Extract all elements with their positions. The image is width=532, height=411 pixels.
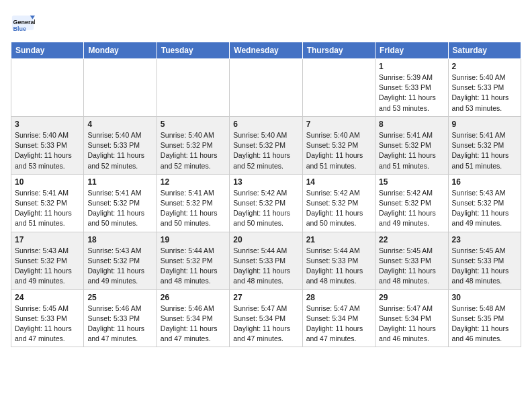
svg-text:Blue: Blue [13,26,27,32]
day-info: Sunrise: 5:40 AM Sunset: 5:33 PM Dayligh… [15,130,80,171]
day-info: Sunrise: 5:44 AM Sunset: 5:33 PM Dayligh… [306,246,371,287]
calendar-cell: 11Sunrise: 5:41 AM Sunset: 5:32 PM Dayli… [84,174,157,232]
day-number: 19 [161,235,226,244]
day-number: 10 [15,177,80,187]
weekday-header-thursday: Thursday [302,42,375,59]
day-number: 8 [379,120,444,129]
weekday-header-row: SundayMondayTuesdayWednesdayThursdayFrid… [11,42,521,59]
day-number: 30 [452,293,517,302]
calendar-cell: 3Sunrise: 5:40 AM Sunset: 5:33 PM Daylig… [11,116,84,174]
calendar-cell: 9Sunrise: 5:41 AM Sunset: 5:32 PM Daylig… [448,116,521,174]
day-info: Sunrise: 5:47 AM Sunset: 5:34 PM Dayligh… [306,304,371,345]
day-info: Sunrise: 5:44 AM Sunset: 5:33 PM Dayligh… [233,246,298,287]
calendar-cell: 14Sunrise: 5:42 AM Sunset: 5:32 PM Dayli… [302,174,375,232]
calendar-cell: 8Sunrise: 5:41 AM Sunset: 5:32 PM Daylig… [375,116,448,174]
day-info: Sunrise: 5:40 AM Sunset: 5:32 PM Dayligh… [233,130,298,171]
day-number: 22 [379,235,444,244]
calendar-cell: 7Sunrise: 5:40 AM Sunset: 5:32 PM Daylig… [302,116,375,174]
calendar-cell: 17Sunrise: 5:43 AM Sunset: 5:32 PM Dayli… [11,232,84,289]
calendar-cell [302,59,375,117]
week-row-4: 17Sunrise: 5:43 AM Sunset: 5:32 PM Dayli… [11,232,521,289]
calendar-cell: 27Sunrise: 5:47 AM Sunset: 5:34 PM Dayli… [230,289,302,347]
day-number: 15 [379,177,444,187]
day-info: Sunrise: 5:42 AM Sunset: 5:32 PM Dayligh… [379,188,444,229]
day-info: Sunrise: 5:45 AM Sunset: 5:33 PM Dayligh… [15,304,80,345]
day-info: Sunrise: 5:40 AM Sunset: 5:32 PM Dayligh… [306,130,371,171]
calendar-cell: 12Sunrise: 5:41 AM Sunset: 5:32 PM Dayli… [157,174,229,232]
week-row-3: 10Sunrise: 5:41 AM Sunset: 5:32 PM Dayli… [11,174,521,232]
week-row-1: 1Sunrise: 5:39 AM Sunset: 5:33 PM Daylig… [11,59,521,117]
day-number: 28 [306,293,371,302]
day-info: Sunrise: 5:42 AM Sunset: 5:32 PM Dayligh… [306,188,371,229]
day-number: 7 [306,120,371,129]
day-number: 20 [233,235,298,244]
calendar-cell: 5Sunrise: 5:40 AM Sunset: 5:32 PM Daylig… [157,116,229,174]
day-info: Sunrise: 5:40 AM Sunset: 5:33 PM Dayligh… [452,73,517,113]
calendar-cell: 10Sunrise: 5:41 AM Sunset: 5:32 PM Dayli… [11,174,84,232]
day-number: 26 [161,293,226,302]
day-number: 16 [452,177,517,187]
day-number: 13 [233,177,298,187]
week-row-2: 3Sunrise: 5:40 AM Sunset: 5:33 PM Daylig… [11,116,521,174]
calendar-cell: 1Sunrise: 5:39 AM Sunset: 5:33 PM Daylig… [375,59,448,117]
calendar-cell [11,59,84,117]
day-info: Sunrise: 5:47 AM Sunset: 5:34 PM Dayligh… [233,304,298,345]
day-info: Sunrise: 5:41 AM Sunset: 5:32 PM Dayligh… [379,130,444,171]
day-number: 24 [15,293,80,302]
day-number: 6 [233,120,298,129]
day-info: Sunrise: 5:41 AM Sunset: 5:32 PM Dayligh… [87,188,152,229]
day-number: 21 [306,235,371,244]
day-number: 17 [15,235,80,244]
page-header: General Blue [11,11,521,35]
day-number: 12 [161,177,226,187]
day-number: 1 [379,62,444,71]
calendar-cell: 19Sunrise: 5:44 AM Sunset: 5:32 PM Dayli… [157,232,229,289]
weekday-header-monday: Monday [84,42,157,59]
day-info: Sunrise: 5:43 AM Sunset: 5:32 PM Dayligh… [87,246,152,287]
day-info: Sunrise: 5:48 AM Sunset: 5:35 PM Dayligh… [452,304,517,345]
calendar-cell: 15Sunrise: 5:42 AM Sunset: 5:32 PM Dayli… [375,174,448,232]
day-number: 4 [87,120,152,129]
calendar-cell: 24Sunrise: 5:45 AM Sunset: 5:33 PM Dayli… [11,289,84,347]
day-info: Sunrise: 5:41 AM Sunset: 5:32 PM Dayligh… [161,188,226,229]
day-info: Sunrise: 5:47 AM Sunset: 5:34 PM Dayligh… [379,304,444,345]
calendar-cell: 2Sunrise: 5:40 AM Sunset: 5:33 PM Daylig… [448,59,521,117]
calendar-cell [230,59,302,117]
weekday-header-tuesday: Tuesday [157,42,229,59]
calendar-cell [157,59,229,117]
calendar-cell: 26Sunrise: 5:46 AM Sunset: 5:34 PM Dayli… [157,289,229,347]
day-info: Sunrise: 5:43 AM Sunset: 5:32 PM Dayligh… [452,188,517,229]
day-info: Sunrise: 5:41 AM Sunset: 5:32 PM Dayligh… [15,188,80,229]
calendar-cell: 21Sunrise: 5:44 AM Sunset: 5:33 PM Dayli… [302,232,375,289]
calendar-cell: 30Sunrise: 5:48 AM Sunset: 5:35 PM Dayli… [448,289,521,347]
svg-text:General: General [13,19,35,26]
calendar-body: 1Sunrise: 5:39 AM Sunset: 5:33 PM Daylig… [11,59,521,347]
calendar-cell: 4Sunrise: 5:40 AM Sunset: 5:33 PM Daylig… [84,116,157,174]
calendar-cell: 25Sunrise: 5:46 AM Sunset: 5:33 PM Dayli… [84,289,157,347]
calendar-cell: 22Sunrise: 5:45 AM Sunset: 5:33 PM Dayli… [375,232,448,289]
calendar-cell: 23Sunrise: 5:45 AM Sunset: 5:33 PM Dayli… [448,232,521,289]
day-number: 5 [161,120,226,129]
day-number: 25 [87,293,152,302]
day-info: Sunrise: 5:46 AM Sunset: 5:34 PM Dayligh… [161,304,226,345]
week-row-5: 24Sunrise: 5:45 AM Sunset: 5:33 PM Dayli… [11,289,521,347]
calendar-cell: 6Sunrise: 5:40 AM Sunset: 5:32 PM Daylig… [230,116,302,174]
weekday-header-sunday: Sunday [11,42,84,59]
weekday-header-saturday: Saturday [448,42,521,59]
day-number: 9 [452,120,517,129]
day-number: 23 [452,235,517,244]
day-number: 18 [87,235,152,244]
weekday-header-friday: Friday [375,42,448,59]
day-number: 29 [379,293,444,302]
calendar-cell: 20Sunrise: 5:44 AM Sunset: 5:33 PM Dayli… [230,232,302,289]
day-info: Sunrise: 5:45 AM Sunset: 5:33 PM Dayligh… [379,246,444,287]
day-number: 27 [233,293,298,302]
calendar-cell: 18Sunrise: 5:43 AM Sunset: 5:32 PM Dayli… [84,232,157,289]
day-info: Sunrise: 5:41 AM Sunset: 5:32 PM Dayligh… [452,130,517,171]
day-number: 11 [87,177,152,187]
day-info: Sunrise: 5:40 AM Sunset: 5:32 PM Dayligh… [161,130,226,171]
calendar-cell: 28Sunrise: 5:47 AM Sunset: 5:34 PM Dayli… [302,289,375,347]
day-info: Sunrise: 5:44 AM Sunset: 5:32 PM Dayligh… [161,246,226,287]
day-number: 14 [306,177,371,187]
calendar-table: SundayMondayTuesdayWednesdayThursdayFrid… [11,42,521,347]
